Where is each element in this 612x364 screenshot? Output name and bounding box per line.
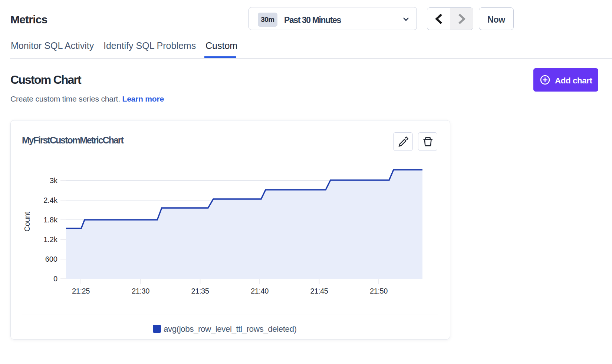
svg-text:21:30: 21:30	[132, 287, 149, 295]
svg-text:21:50: 21:50	[370, 287, 388, 295]
svg-text:1.8k: 1.8k	[43, 216, 58, 224]
svg-text:600: 600	[45, 255, 57, 263]
svg-text:21:45: 21:45	[310, 287, 328, 295]
svg-text:2.4k: 2.4k	[43, 196, 58, 204]
svg-text:21:35: 21:35	[191, 287, 209, 295]
svg-text:21:40: 21:40	[251, 287, 269, 295]
svg-text:Count: Count	[23, 212, 31, 232]
svg-text:1.2k: 1.2k	[43, 235, 58, 244]
svg-text:21:25: 21:25	[72, 287, 90, 295]
svg-text:3k: 3k	[50, 176, 58, 185]
svg-text:0: 0	[53, 275, 57, 283]
